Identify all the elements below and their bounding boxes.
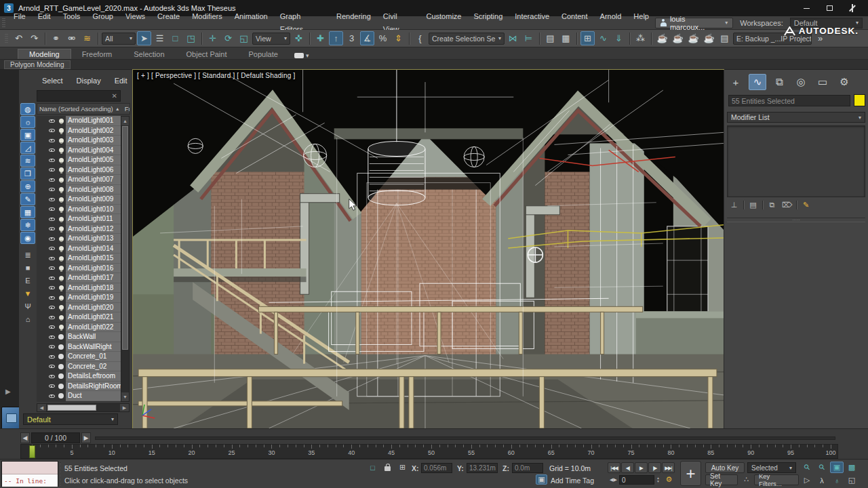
vertical-scrollbar[interactable]: ▲ ▼ <box>121 116 130 402</box>
render-flyout-icon[interactable]: ☕ <box>702 31 716 45</box>
track-bar-ruler[interactable]: 5101520253035404550556065707580859095100 <box>20 444 838 459</box>
show-end-result-icon[interactable]: ▤ <box>747 200 759 210</box>
display-shapes-icon[interactable]: ◍ <box>20 103 35 115</box>
visibility-toggle[interactable] <box>47 306 56 309</box>
list-item-arnoldlight004[interactable]: ArnoldLight004 <box>37 146 121 156</box>
visibility-toggle[interactable] <box>47 119 56 123</box>
zoom-all-icon[interactable]: ⚲ <box>815 462 829 473</box>
list-item-arnoldlight007[interactable]: ArnoldLight007 <box>37 175 121 185</box>
menu-grip[interactable] <box>2 18 5 28</box>
list-item-arnoldlight021[interactable]: ArnoldLight021 <box>37 312 121 323</box>
list-item-arnoldlight010[interactable]: ArnoldLight010 <box>37 205 121 215</box>
rollout-divider[interactable]: ····· <box>727 218 865 222</box>
x-coord-field[interactable]: 0.056m <box>421 463 452 473</box>
visibility-toggle[interactable] <box>47 394 56 398</box>
dock-flyout-arrow-icon[interactable]: ▶ <box>5 388 11 395</box>
selection-filter-dropdown[interactable]: All▾ <box>102 33 136 45</box>
maximize-button[interactable] <box>818 1 841 16</box>
visibility-toggle[interactable] <box>47 325 56 329</box>
explorer-menu-display[interactable]: Display <box>71 77 106 85</box>
visibility-toggle[interactable] <box>47 316 56 319</box>
listener-macro-line[interactable] <box>2 462 58 474</box>
material-editor-icon[interactable]: ☕ <box>655 31 669 45</box>
rendered-frame-icon[interactable]: ☕ <box>671 31 685 45</box>
list-item-arnoldlight005[interactable]: ArnoldLight005 <box>37 155 121 165</box>
visibility-toggle[interactable] <box>47 286 56 289</box>
render-presets-icon[interactable]: ▤ <box>717 31 732 45</box>
visibility-toggle[interactable] <box>47 345 56 348</box>
scroll-down-icon[interactable]: ▼ <box>121 392 129 401</box>
visibility-toggle[interactable] <box>47 296 56 300</box>
unlink-selection-icon[interactable]: ⚮ <box>64 31 79 45</box>
select-and-manipulate-icon[interactable]: ✚ <box>313 31 328 45</box>
list-item-arnoldlight017[interactable]: ArnoldLight017 <box>37 273 121 283</box>
display-cameras-icon[interactable]: ▣ <box>20 129 35 141</box>
list-item-arnoldlight013[interactable]: ArnoldLight013 <box>37 234 121 244</box>
visibility-toggle[interactable] <box>47 365 56 368</box>
selection-region-icon[interactable]: □ <box>367 462 378 472</box>
layer-explorer-toggle-icon[interactable]: ▦ <box>559 31 573 45</box>
zoom-icon[interactable]: ⚲ <box>800 462 814 473</box>
visibility-toggle[interactable] <box>47 237 56 241</box>
scroll-left-icon[interactable]: ◀ <box>37 404 46 411</box>
bind-to-space-warp-icon[interactable]: ≋ <box>80 31 94 45</box>
select-and-link-icon[interactable]: ⚭ <box>49 31 63 45</box>
list-item-arnoldlight020[interactable]: ArnoldLight020 <box>37 303 121 313</box>
time-tag-icon[interactable]: ▣ <box>536 474 547 485</box>
list-item-detailsleftroom[interactable]: DetailsLeftroom <box>37 371 121 382</box>
minimize-button[interactable] <box>795 1 818 16</box>
visibility-toggle[interactable] <box>47 178 56 182</box>
snaps-toggle-icon[interactable]: ↑ <box>329 31 343 45</box>
explorer-menu-select[interactable]: Select <box>37 77 68 85</box>
named-selection-sets-icon[interactable]: { <box>413 31 427 45</box>
make-unique-icon[interactable]: ⧉ <box>766 200 778 210</box>
z-coord-field[interactable]: 0.0m <box>512 463 543 473</box>
create-tab-icon[interactable]: + <box>727 74 745 90</box>
object-color-swatch[interactable] <box>854 94 865 106</box>
list-item-detailsrightroom[interactable]: DetailsRightRoom <box>37 382 121 392</box>
visibility-toggle[interactable] <box>47 336 56 339</box>
motion-tab-icon[interactable]: ◎ <box>792 74 810 90</box>
visibility-toggle[interactable] <box>47 168 56 171</box>
display-bones-icon[interactable]: ✎ <box>20 193 35 205</box>
horizontal-scrollbar[interactable]: ◀ ▶ <box>37 403 130 412</box>
list-item-arnoldlight003[interactable]: ArnoldLight003 <box>37 136 121 146</box>
edit-mode-icon[interactable]: E <box>20 274 35 287</box>
list-item-arnoldlight019[interactable]: ArnoldLight019 <box>37 293 121 303</box>
ribbon-tab-object-paint[interactable]: Object Paint <box>176 49 238 59</box>
list-item-duct[interactable]: Duct <box>37 391 121 401</box>
list-item-arnoldlight016[interactable]: ArnoldLight016 <box>37 264 121 274</box>
vertical-scroll-thumb[interactable] <box>122 126 128 350</box>
schematic-view-icon[interactable]: ⇓ <box>612 31 626 45</box>
align-icon[interactable]: ⊨ <box>521 31 536 45</box>
utilities-tab-icon[interactable]: ⚙ <box>835 74 853 90</box>
angle-snap-icon[interactable]: ∡ <box>360 31 374 45</box>
explorer-search-field[interactable]: ✕ <box>37 90 121 102</box>
visibility-toggle[interactable] <box>47 277 56 280</box>
listener-script-line[interactable]: -- In line: <box>2 474 58 487</box>
orbit-icon[interactable]: ♁ <box>830 474 844 486</box>
display-containers-icon[interactable]: ▦ <box>20 206 35 218</box>
go-to-end-icon[interactable]: ▶▶| <box>662 462 675 473</box>
polygon-modeling-panel-button[interactable]: Polygon Modeling <box>4 60 71 69</box>
display-spacewarps-icon[interactable]: ≋ <box>20 155 35 167</box>
ribbon-tab-selection[interactable]: Selection <box>123 49 175 59</box>
play-icon[interactable]: ▶ <box>635 462 648 473</box>
select-object-icon[interactable]: ➤ <box>137 31 151 45</box>
clear-search-icon[interactable]: ✕ <box>109 92 120 100</box>
scene-explorer-toggle-icon[interactable]: ▤ <box>543 31 557 45</box>
pin-stack-icon[interactable]: ⊥ <box>728 200 740 210</box>
display-tab-icon[interactable]: ▭ <box>814 74 831 90</box>
visibility-toggle[interactable] <box>47 247 56 250</box>
visibility-toggle[interactable] <box>47 129 56 132</box>
visibility-toggle[interactable] <box>47 257 56 260</box>
zoom-extents-all-icon[interactable]: ▩ <box>845 462 859 473</box>
visibility-toggle[interactable] <box>47 384 56 388</box>
key-mode-toggle-icon[interactable]: ⚙ <box>663 474 675 485</box>
explorer-column-header[interactable]: Name (Sorted Ascending) ▲ Froz <box>37 103 130 115</box>
frame-spinner[interactable]: ▲▼ <box>655 475 661 485</box>
key-filter-paw-icon[interactable]: ∴ <box>741 474 752 485</box>
name-column-header[interactable]: Name (Sorted Ascending) <box>37 105 115 113</box>
frozen-column-header[interactable]: Froz <box>123 105 130 113</box>
list-item-concrete_02[interactable]: Concrete_02 <box>37 362 121 372</box>
